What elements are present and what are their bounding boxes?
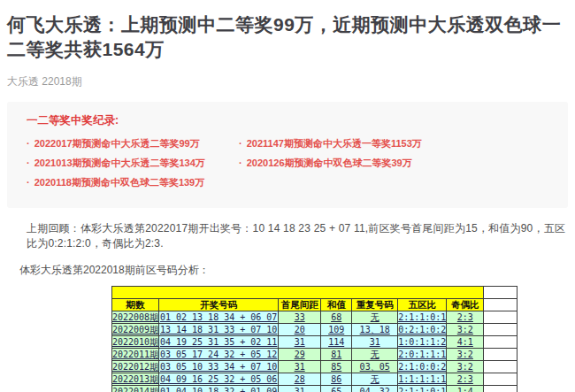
prize-records-right-column: ·2021147期预测命中大乐透一等奖1153万·2020126期预测命中双色球… bbox=[239, 137, 548, 196]
table-cell: 2:1:0:0:2 bbox=[398, 360, 447, 373]
prize-records-box: 一二等奖中奖纪录: ·2022017期预测命中大乐透二等奖99万·2021013… bbox=[7, 102, 568, 208]
table-cell: 04 09 16 25 32 + 05 06 bbox=[159, 373, 279, 385]
article-page: 何飞大乐透：上期预测中二等奖99万，近期预测中大乐透双色球一二等奖共获1564万… bbox=[0, 0, 575, 392]
table-empty-cell bbox=[484, 373, 518, 385]
table-empty-cell bbox=[484, 298, 518, 311]
table-cell: 04、32 bbox=[352, 385, 398, 392]
table-cell: 114 bbox=[321, 335, 352, 348]
table-column-header: 重复号码 bbox=[352, 298, 398, 311]
table-cell: 无 bbox=[352, 373, 398, 385]
table-cell: 3:2 bbox=[447, 360, 484, 373]
table-cell: 31 bbox=[279, 360, 321, 373]
analysis-table-head: 期数开奖号码首尾间距和值重复号码五区比奇偶比 bbox=[112, 286, 518, 311]
table-cell: 0:2:1:0:2 bbox=[398, 323, 447, 335]
table-column-header: 期数 bbox=[112, 298, 159, 311]
table-cell: 3:2 bbox=[447, 348, 484, 360]
table-title bbox=[112, 286, 484, 298]
table-cell: 13 14 18 31 33 + 07 10 bbox=[159, 323, 279, 335]
table-cell: 2022014期 bbox=[112, 385, 159, 392]
record-item-label: 2022017期预测命中大乐透二等奖99万 bbox=[34, 138, 200, 149]
table-cell: 3:2 bbox=[447, 323, 484, 335]
table-cell: 2:0:1:1:1 bbox=[398, 348, 447, 360]
table-empty-cell bbox=[484, 360, 518, 373]
table-cell: 2022012期 bbox=[112, 360, 159, 373]
table-empty-cell bbox=[484, 311, 518, 323]
table-column-header: 开奖号码 bbox=[159, 298, 279, 311]
table-empty-cell bbox=[484, 335, 518, 348]
table-cell: 1:0:1:1:2 bbox=[398, 335, 447, 348]
table-column-header: 和值 bbox=[321, 298, 352, 311]
table-row: 2022011期03 05 17 24 32 + 05 122981无2:0:1… bbox=[112, 348, 518, 360]
record-item: ·2021013期预测命中大乐透二等奖134万 bbox=[27, 157, 239, 170]
last-issue-review: 上期回顾：体彩大乐透第2022017期开出奖号：10 14 18 23 25 +… bbox=[27, 221, 566, 251]
table-cell: 2022011期 bbox=[112, 348, 159, 360]
table-cell: 03 05 17 24 32 + 05 12 bbox=[159, 348, 279, 360]
table-cell: 2022013期 bbox=[112, 373, 159, 385]
table-column-header: 首尾间距 bbox=[279, 298, 321, 311]
bullet-icon: · bbox=[27, 138, 30, 149]
table-row: 2022009期13 14 18 31 33 + 07 102010913、18… bbox=[112, 323, 518, 335]
table-cell: 2:1:1:0:1 bbox=[398, 385, 447, 392]
analysis-table: 期数开奖号码首尾间距和值重复号码五区比奇偶比 2022008期01 02 13 … bbox=[111, 286, 518, 392]
table-cell: 1:1:1:1:1 bbox=[398, 373, 447, 385]
table-cell: 109 bbox=[321, 323, 352, 335]
table-cell: 85 bbox=[321, 360, 352, 373]
table-cell: 86 bbox=[321, 373, 352, 385]
table-cell: 2:3 bbox=[447, 373, 484, 385]
table-cell: 13、18 bbox=[352, 323, 398, 335]
table-cell: 2:3 bbox=[447, 311, 484, 323]
table-cell: 2022009期 bbox=[112, 323, 159, 335]
table-empty-cell bbox=[484, 323, 518, 335]
table-cell: 03 05 10 33 34 + 07 10 bbox=[159, 360, 279, 373]
table-cell: 01 04 10 18 32 + 01 09 bbox=[159, 385, 279, 392]
table-column-header: 奇偶比 bbox=[447, 298, 484, 311]
prize-records-columns: ·2022017期预测命中大乐透二等奖99万·2021013期预测命中大乐透二等… bbox=[27, 137, 548, 196]
table-row: 2022012期03 05 10 33 34 + 07 10318503、052… bbox=[112, 360, 518, 373]
bullet-icon: · bbox=[239, 158, 242, 168]
table-cell: 无 bbox=[352, 311, 398, 323]
record-item-label: 2020118期预测命中双色球二等奖139万 bbox=[34, 177, 205, 188]
table-empty-cell bbox=[484, 348, 518, 360]
table-cell: 04 19 25 31 35 + 02 11 bbox=[159, 335, 279, 348]
table-cell: 2022010期 bbox=[112, 335, 159, 348]
record-item: ·2022017期预测命中大乐透二等奖99万 bbox=[27, 137, 239, 150]
table-row: 2022013期04 09 16 25 32 + 05 062886无1:1:1… bbox=[112, 373, 518, 385]
bullet-icon: · bbox=[27, 158, 30, 168]
record-item-label: 2020126期预测命中双色球二等奖39万 bbox=[247, 158, 412, 168]
table-cell: 31 bbox=[279, 385, 321, 392]
table-empty-cell bbox=[484, 286, 518, 298]
table-cell: 1:4 bbox=[447, 385, 484, 392]
table-cell: 68 bbox=[321, 311, 352, 323]
prize-records-left-column: ·2022017期预测命中大乐透二等奖99万·2021013期预测命中大乐透二等… bbox=[27, 137, 239, 196]
table-cell: 03、05 bbox=[352, 360, 398, 373]
table-column-header: 五区比 bbox=[398, 298, 447, 311]
table-title-row bbox=[112, 286, 518, 298]
bullet-icon: · bbox=[239, 138, 242, 149]
record-item: ·2020126期预测命中双色球二等奖39万 bbox=[239, 157, 548, 170]
table-row: 2022008期01 02 13 18 34 + 06 073368无2:1:1… bbox=[112, 311, 518, 323]
table-cell: 29 bbox=[279, 348, 321, 360]
table-row: 2022014期01 04 10 18 32 + 01 09316504、322… bbox=[112, 385, 518, 392]
table-cell: 无 bbox=[352, 348, 398, 360]
table-cell: 2022008期 bbox=[112, 311, 159, 323]
analysis-table-body: 2022008期01 02 13 18 34 + 06 073368无2:1:1… bbox=[112, 311, 518, 392]
table-header-row: 期数开奖号码首尾间距和值重复号码五区比奇偶比 bbox=[112, 298, 518, 311]
table-cell: 33 bbox=[279, 311, 321, 323]
table-cell: 81 bbox=[321, 348, 352, 360]
table-cell: 4:1 bbox=[447, 335, 484, 348]
record-item: ·2020118期预测命中双色球二等奖139万 bbox=[27, 176, 239, 189]
prize-records-heading: 一二等奖中奖纪录: bbox=[27, 113, 548, 128]
issue-subtitle: 大乐透 22018期 bbox=[7, 74, 575, 89]
page-title: 何飞大乐透：上期预测中二等奖99万，近期预测中大乐透双色球一二等奖共获1564万 bbox=[0, 0, 575, 63]
table-cell: 28 bbox=[279, 373, 321, 385]
table-empty-cell bbox=[484, 385, 518, 392]
analysis-intro: 体彩大乐透第2022018期前区号码分析： bbox=[19, 263, 566, 278]
record-item: ·2021147期预测命中大乐透一等奖1153万 bbox=[239, 137, 548, 150]
table-cell: 01 02 13 18 34 + 06 07 bbox=[159, 311, 279, 323]
table-cell: 20 bbox=[279, 323, 321, 335]
table-cell: 31 bbox=[352, 335, 398, 348]
table-row: 2022010期04 19 25 31 35 + 02 1131114311:0… bbox=[112, 335, 518, 348]
bullet-icon: · bbox=[27, 177, 30, 188]
table-cell: 2:1:1:0:1 bbox=[398, 311, 447, 323]
record-item-label: 2021147期预测命中大乐透一等奖1153万 bbox=[247, 138, 422, 149]
